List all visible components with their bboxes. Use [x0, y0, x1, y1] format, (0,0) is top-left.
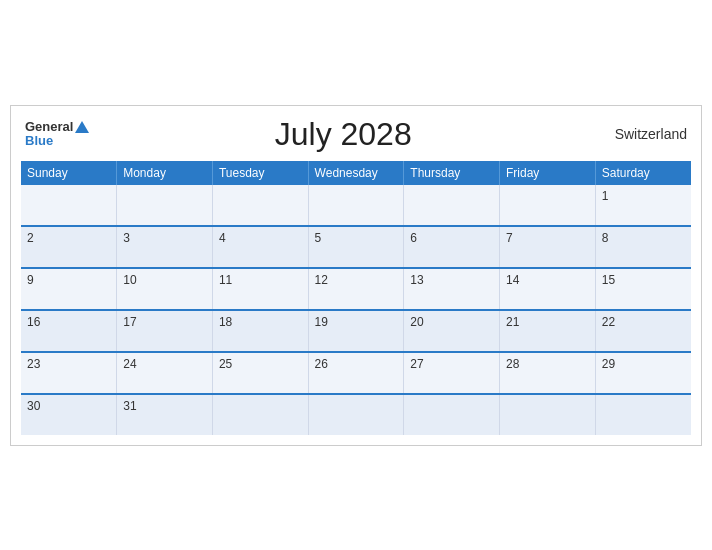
week-row-4: 16171819202122	[21, 310, 691, 352]
calendar-title: July 2028	[89, 116, 597, 153]
calendar-cell: 17	[117, 310, 213, 352]
calendar-cell: 4	[212, 226, 308, 268]
country-label: Switzerland	[597, 126, 687, 142]
calendar-cell: 18	[212, 310, 308, 352]
calendar-cell: 7	[500, 226, 596, 268]
calendar-cell: 2	[21, 226, 117, 268]
calendar-cell: 6	[404, 226, 500, 268]
calendar-cell: 31	[117, 394, 213, 435]
calendar-cell	[500, 394, 596, 435]
calendar-cell	[212, 185, 308, 226]
week-row-2: 2345678	[21, 226, 691, 268]
week-row-5: 23242526272829	[21, 352, 691, 394]
header-sunday: Sunday	[21, 161, 117, 185]
week-row-6: 3031	[21, 394, 691, 435]
calendar-cell: 10	[117, 268, 213, 310]
calendar-cell: 11	[212, 268, 308, 310]
calendar-cell	[308, 394, 404, 435]
calendar-header: General Blue July 2028 Switzerland	[21, 116, 691, 153]
calendar-cell: 29	[595, 352, 691, 394]
calendar-cell: 23	[21, 352, 117, 394]
calendar-cell: 24	[117, 352, 213, 394]
header-thursday: Thursday	[404, 161, 500, 185]
calendar-cell: 13	[404, 268, 500, 310]
day-headers-row: Sunday Monday Tuesday Wednesday Thursday…	[21, 161, 691, 185]
calendar-cell: 15	[595, 268, 691, 310]
calendar-cell: 8	[595, 226, 691, 268]
week-row-3: 9101112131415	[21, 268, 691, 310]
calendar-cell: 12	[308, 268, 404, 310]
calendar-cell	[308, 185, 404, 226]
header-monday: Monday	[117, 161, 213, 185]
calendar-table: Sunday Monday Tuesday Wednesday Thursday…	[21, 161, 691, 435]
calendar-cell	[21, 185, 117, 226]
calendar-cell: 1	[595, 185, 691, 226]
calendar-cell: 20	[404, 310, 500, 352]
header-saturday: Saturday	[595, 161, 691, 185]
calendar-cell: 5	[308, 226, 404, 268]
calendar-cell: 22	[595, 310, 691, 352]
calendar-cell: 30	[21, 394, 117, 435]
logo: General Blue	[25, 120, 89, 149]
header-friday: Friday	[500, 161, 596, 185]
calendar-cell: 16	[21, 310, 117, 352]
calendar-cell	[595, 394, 691, 435]
logo-blue-text: Blue	[25, 134, 53, 148]
calendar-cell: 21	[500, 310, 596, 352]
calendar-cell: 14	[500, 268, 596, 310]
calendar-cell: 3	[117, 226, 213, 268]
calendar-cell: 19	[308, 310, 404, 352]
calendar-container: General Blue July 2028 Switzerland Sunda…	[10, 105, 702, 446]
calendar-cell: 25	[212, 352, 308, 394]
calendar-cell: 26	[308, 352, 404, 394]
calendar-cell	[404, 394, 500, 435]
calendar-cell	[117, 185, 213, 226]
calendar-cell	[404, 185, 500, 226]
calendar-cell	[212, 394, 308, 435]
week-row-1: 1	[21, 185, 691, 226]
calendar-cell: 9	[21, 268, 117, 310]
calendar-cell: 28	[500, 352, 596, 394]
header-wednesday: Wednesday	[308, 161, 404, 185]
header-tuesday: Tuesday	[212, 161, 308, 185]
logo-general-text: General	[25, 120, 73, 134]
calendar-cell	[500, 185, 596, 226]
calendar-cell: 27	[404, 352, 500, 394]
logo-triangle-icon	[75, 121, 89, 133]
